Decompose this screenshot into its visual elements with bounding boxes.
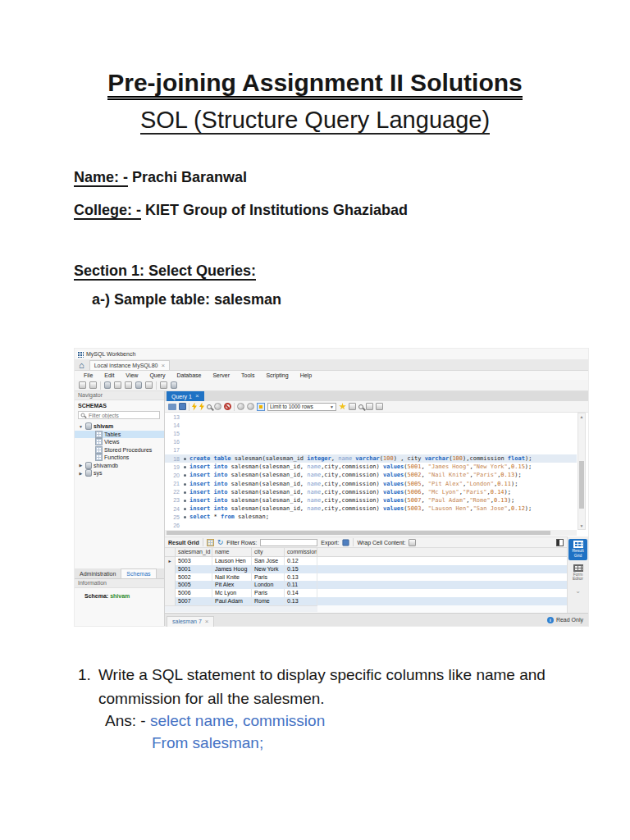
editor-vertical-scrollbar[interactable]: ▲ ▼ bbox=[578, 413, 586, 530]
beautify-icon[interactable] bbox=[339, 403, 346, 410]
tree-item-shivamdb[interactable]: ▶shivamdb bbox=[75, 462, 164, 470]
table-row[interactable]: 5005Pit AlexLondon0.11 bbox=[165, 581, 567, 589]
column-header-salesman-id[interactable]: salesman_id bbox=[176, 548, 212, 556]
menu-item-help[interactable]: Help bbox=[294, 372, 317, 378]
cell-salesman-id[interactable]: 5007 bbox=[176, 597, 212, 605]
cell-commission[interactable]: 0.13 bbox=[285, 573, 317, 582]
row-header[interactable] bbox=[165, 581, 176, 589]
column-header-commission[interactable]: commission bbox=[285, 548, 317, 556]
scrollbar-thumb[interactable] bbox=[167, 531, 550, 535]
result-tab[interactable]: salesman 7 × bbox=[167, 616, 214, 627]
connection-tab[interactable]: Local instance MySQL80 × bbox=[89, 360, 171, 370]
sql-editor[interactable]: 131415161718create table salesman(salesm… bbox=[165, 413, 577, 530]
tree-item-functions[interactable]: Functions bbox=[75, 454, 164, 462]
menu-item-query[interactable]: Query bbox=[144, 372, 171, 378]
schema-filter-input[interactable] bbox=[87, 412, 153, 419]
expanded-arrow-icon[interactable]: ▼ bbox=[78, 424, 84, 429]
execute-current-icon[interactable] bbox=[199, 403, 204, 411]
table-row[interactable]: 5002Nail KniteParis0.13 bbox=[165, 573, 567, 582]
edit-grid-icon[interactable] bbox=[207, 539, 214, 546]
menu-item-server[interactable]: Server bbox=[207, 372, 235, 378]
table-row[interactable]: 5006Mc LyonParis0.14 bbox=[165, 589, 567, 597]
row-header[interactable] bbox=[165, 597, 176, 605]
clean-icon[interactable] bbox=[349, 403, 356, 410]
cell-salesman-id[interactable]: 5002 bbox=[176, 573, 212, 582]
row-header[interactable] bbox=[165, 565, 176, 573]
cell-city[interactable]: Paris bbox=[252, 573, 285, 582]
create-view-icon[interactable] bbox=[125, 381, 132, 389]
collapse-chevron-icon[interactable]: ⌄ bbox=[575, 589, 581, 594]
cell-name[interactable]: Nail Knite bbox=[212, 573, 252, 582]
cell-city[interactable]: London bbox=[252, 581, 285, 589]
table-row[interactable]: 5001James HoogNew York0.15 bbox=[165, 565, 567, 573]
rollback-icon[interactable] bbox=[247, 403, 254, 410]
cell-city[interactable]: New York bbox=[252, 565, 285, 573]
menu-item-view[interactable]: View bbox=[120, 372, 144, 378]
tree-item-shivam[interactable]: ▼shivam bbox=[75, 422, 164, 431]
home-icon[interactable]: ⌂ bbox=[79, 360, 84, 370]
find-icon[interactable] bbox=[358, 404, 363, 409]
schemas-section-header[interactable]: SCHEMAS bbox=[75, 400, 164, 410]
execute-icon[interactable] bbox=[192, 403, 197, 411]
create-table-icon[interactable] bbox=[114, 381, 121, 389]
cell-name[interactable]: Mc Lyon bbox=[212, 589, 252, 597]
tree-item-sys[interactable]: ▶sys bbox=[75, 469, 164, 477]
sidebar-tab-administration[interactable]: Administration bbox=[75, 568, 121, 578]
cell-commission[interactable]: 0.14 bbox=[285, 589, 317, 597]
table-row[interactable]: 5007Paul AdamRome0.13 bbox=[165, 597, 567, 605]
side-panel-form-editor[interactable]: Form Editor bbox=[568, 563, 587, 584]
cell-commission[interactable]: 0.13 bbox=[285, 597, 317, 605]
menu-item-tools[interactable]: Tools bbox=[235, 372, 260, 378]
cell-city[interactable]: Rome bbox=[252, 597, 285, 605]
tree-item-views[interactable]: Views bbox=[75, 438, 164, 446]
cell-salesman-id[interactable]: 5006 bbox=[176, 589, 212, 597]
wrap-text-icon[interactable] bbox=[376, 403, 383, 410]
cell-city[interactable]: San Jose bbox=[252, 557, 285, 565]
refresh-icon[interactable]: ↻ bbox=[217, 539, 224, 546]
export-icon[interactable] bbox=[343, 539, 349, 546]
row-header[interactable] bbox=[165, 589, 176, 597]
wrap-cell-content-icon[interactable] bbox=[409, 539, 416, 546]
cell-name[interactable]: Paul Adam bbox=[212, 597, 252, 605]
open-sql-script-icon[interactable] bbox=[89, 381, 97, 389]
search-objects-icon[interactable] bbox=[160, 381, 167, 389]
cell-commission[interactable]: 0.12 bbox=[285, 557, 317, 565]
reconnect-db-icon[interactable] bbox=[171, 381, 177, 389]
explain-icon[interactable] bbox=[207, 404, 212, 409]
cell-salesman-id[interactable]: 5005 bbox=[176, 581, 212, 589]
close-icon[interactable]: × bbox=[195, 393, 199, 399]
new-query-tab-icon[interactable] bbox=[79, 381, 86, 389]
menu-item-file[interactable]: File bbox=[78, 372, 98, 378]
scroll-down-icon[interactable]: ▼ bbox=[578, 523, 585, 528]
scroll-up-icon[interactable]: ▲ bbox=[578, 414, 585, 419]
cell-commission[interactable]: 0.11 bbox=[285, 581, 317, 589]
filter-rows-input[interactable] bbox=[260, 539, 317, 546]
create-procedure-icon[interactable] bbox=[135, 381, 142, 389]
side-panel-result-grid[interactable]: Result Grid bbox=[568, 539, 587, 560]
create-function-icon[interactable] bbox=[145, 381, 153, 389]
stop-icon[interactable] bbox=[214, 403, 221, 410]
column-header-name[interactable]: name bbox=[212, 548, 252, 556]
menu-item-database[interactable]: Database bbox=[171, 372, 207, 378]
cell-name[interactable]: Pit Alex bbox=[212, 581, 252, 589]
close-icon[interactable]: × bbox=[161, 363, 165, 369]
row-header[interactable]: ▸ bbox=[165, 557, 176, 565]
collapsed-arrow-icon[interactable]: ▶ bbox=[78, 463, 84, 468]
collapsed-arrow-icon[interactable]: ▶ bbox=[78, 471, 84, 476]
limit-rows-dropdown[interactable]: Limit to 1000 rows▼ bbox=[267, 403, 336, 411]
query-tab[interactable]: Query 1 × bbox=[167, 391, 204, 401]
invisible-chars-icon[interactable] bbox=[366, 403, 373, 410]
sidebar-tab-schemas[interactable]: Schemas bbox=[121, 568, 156, 578]
cell-salesman-id[interactable]: 5003 bbox=[176, 557, 212, 565]
menu-item-scripting[interactable]: Scripting bbox=[260, 372, 294, 378]
table-row[interactable]: ▸5003Lauson HenSan Jose0.12 bbox=[165, 557, 567, 565]
scrollbar-thumb[interactable] bbox=[579, 461, 584, 509]
fixed-header-icon[interactable] bbox=[556, 539, 564, 546]
close-icon[interactable]: × bbox=[205, 619, 209, 625]
open-script-icon[interactable] bbox=[168, 404, 176, 410]
save-script-icon[interactable] bbox=[179, 403, 186, 410]
create-schema-icon[interactable] bbox=[104, 381, 111, 389]
commit-icon[interactable] bbox=[237, 403, 244, 410]
stop-on-error-icon[interactable] bbox=[224, 403, 231, 410]
column-header-city[interactable]: city bbox=[252, 548, 285, 556]
